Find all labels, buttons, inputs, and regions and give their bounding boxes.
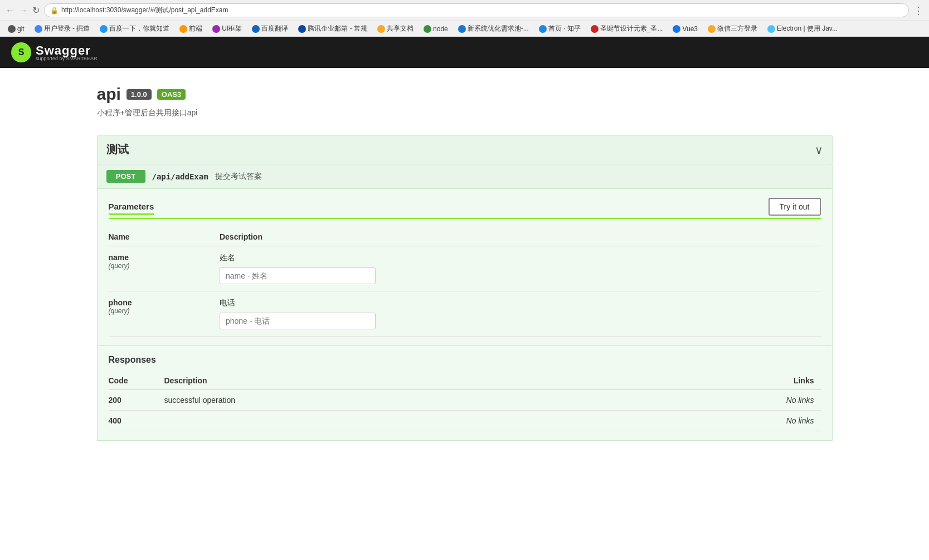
response-description: [164, 411, 620, 431]
bookmark-label: 用户登录 - 掘道: [44, 24, 90, 33]
section-header[interactable]: 测试 ∨: [97, 135, 833, 164]
bookmark-user-login[interactable]: 用户登录 - 掘道: [31, 23, 94, 35]
param-input[interactable]: [220, 313, 376, 329]
bookmark-baidu-translate[interactable]: 百度翻译: [249, 23, 291, 35]
response-col-description: Description: [164, 372, 620, 390]
browser-bar: ← → ↻ 🔒 http://localhost:3030/swagger/#/…: [0, 0, 929, 21]
bookmark-zhihu[interactable]: 首页 · 知乎: [536, 23, 584, 35]
bookmark-icon: [100, 25, 108, 33]
response-description: successful operation: [164, 390, 620, 411]
responses-title: Responses: [109, 355, 821, 365]
response-row: 200 successful operation No links: [109, 390, 821, 411]
col-description-header: Description: [220, 228, 821, 246]
bookmark-icon: [252, 25, 260, 33]
method-badge: POST: [106, 170, 145, 183]
bookmark-label: Vue3: [682, 25, 698, 33]
bookmark-label: node: [433, 25, 448, 33]
response-links: No links: [619, 390, 820, 411]
bookmark-label: 圣诞节设计元素_圣...: [600, 24, 663, 33]
param-description: 姓名: [220, 253, 814, 263]
bookmark-icon: [212, 25, 220, 33]
response-row: 400 No links: [109, 411, 821, 431]
menu-icon[interactable]: ⋮: [913, 4, 923, 17]
bookmark-label: 共享文档: [387, 24, 414, 33]
version-badge: 1.0.0: [127, 89, 152, 100]
reload-icon[interactable]: ↻: [32, 5, 40, 16]
bookmark-label: UI框架: [222, 24, 242, 33]
response-links: No links: [619, 411, 820, 431]
swagger-logo-letter: S: [18, 47, 25, 57]
bookmark-electron[interactable]: Electron | 使用 Jav...: [764, 23, 841, 35]
param-source: (query): [109, 262, 213, 270]
endpoint-summary: 提交考试答案: [215, 172, 262, 182]
responses-table: Code Description Links 200 successful op…: [109, 372, 821, 431]
param-row: phone (query) 电话: [109, 291, 821, 337]
bookmark-baidu[interactable]: 百度一下，你就知道: [96, 23, 173, 35]
api-title: api: [97, 85, 121, 104]
bookmark-label: 腾讯企业邮箱 - 常规: [308, 24, 367, 33]
bookmark-label: 微信三方登录: [717, 24, 757, 33]
bookmark-frontend[interactable]: 前端: [176, 23, 206, 35]
bookmark-label: 新系统优化需求池-...: [468, 24, 529, 33]
param-row: name (query) 姓名: [109, 246, 821, 291]
bookmark-icon: [179, 25, 187, 33]
lock-icon: 🔒: [50, 7, 59, 14]
bookmark-wechat-login[interactable]: 微信三方登录: [704, 23, 761, 35]
back-icon[interactable]: ←: [6, 6, 14, 16]
response-col-links: Links: [619, 372, 820, 390]
swagger-logo-sub: supported by SMARTBEAR: [36, 56, 97, 61]
bookmark-icon: [35, 25, 42, 33]
bookmark-icon: [539, 25, 547, 33]
url-bar[interactable]: 🔒 http://localhost:3030/swagger/#/测试/pos…: [44, 3, 909, 17]
bookmark-label: 首页 · 知乎: [548, 24, 581, 33]
bookmark-shared-docs[interactable]: 共享文档: [374, 23, 417, 35]
param-description: 电话: [220, 298, 814, 308]
response-code: 400: [109, 411, 164, 431]
bookmark-git[interactable]: git: [4, 24, 28, 34]
endpoint-header[interactable]: POST /api/addExam 提交考试答案: [98, 164, 832, 189]
bookmark-label: 前端: [189, 24, 202, 33]
oas-badge: OAS3: [157, 89, 186, 100]
bookmark-icon: [591, 25, 599, 33]
parameters-tab[interactable]: Parameters: [109, 202, 154, 215]
param-name: phone: [109, 298, 213, 307]
bookmark-icon: [708, 25, 716, 33]
endpoint-path: /api/addExam: [152, 172, 208, 181]
api-description: 小程序+管理后台共用接口api: [97, 108, 833, 118]
bookmark-icon: [767, 25, 775, 33]
bookmark-vue3[interactable]: Vue3: [669, 24, 701, 34]
main-content: api 1.0.0 OAS3 小程序+管理后台共用接口api 测试 ∨ POST…: [75, 68, 855, 457]
swagger-header: S Swagger supported by SMARTBEAR: [0, 37, 929, 68]
bookmark-node[interactable]: node: [420, 24, 451, 34]
forward-icon[interactable]: →: [19, 6, 28, 16]
bookmarks-bar: git 用户登录 - 掘道 百度一下，你就知道 前端 UI框架 百度翻译 腾讯企…: [0, 21, 929, 37]
bookmark-ui-framework[interactable]: UI框架: [209, 23, 245, 35]
response-code: 200: [109, 390, 164, 411]
swagger-logo: S Swagger supported by SMARTBEAR: [11, 42, 97, 62]
bookmark-icon: [458, 25, 466, 33]
param-name: name: [109, 253, 213, 262]
section-title: 测试: [106, 142, 129, 157]
bookmark-icon: [298, 25, 306, 33]
bookmark-system-opt[interactable]: 新系统优化需求池-...: [455, 23, 532, 35]
endpoint-card: POST /api/addExam 提交考试答案 Parameters Try …: [97, 164, 833, 441]
bookmark-label: git: [17, 25, 25, 33]
bookmark-icon: [673, 25, 680, 33]
col-name-header: Name: [109, 228, 220, 246]
bookmark-tencent-mail[interactable]: 腾讯企业邮箱 - 常规: [295, 23, 371, 35]
api-title-row: api 1.0.0 OAS3: [97, 85, 833, 104]
swagger-logo-icon: S: [11, 42, 31, 62]
responses-section: Responses Code Description Links 200 suc…: [98, 345, 832, 440]
bookmark-christmas[interactable]: 圣诞节设计元素_圣...: [587, 23, 667, 35]
bookmark-label: 百度翻译: [261, 24, 288, 33]
params-tab-row: Parameters Try it out: [109, 198, 821, 219]
try-it-out-button[interactable]: Try it out: [769, 198, 821, 216]
bookmark-label: Electron | 使用 Jav...: [777, 24, 838, 33]
parameters-table: Name Description name (query) 姓名 phone (…: [109, 228, 821, 337]
param-source: (query): [109, 307, 213, 315]
bookmark-icon: [377, 25, 385, 33]
bookmark-icon: [8, 25, 16, 33]
param-input[interactable]: [220, 267, 376, 284]
bookmark-label: 百度一下，你就知道: [109, 24, 169, 33]
url-text: http://localhost:3030/swagger/#/测试/post_…: [61, 6, 228, 15]
